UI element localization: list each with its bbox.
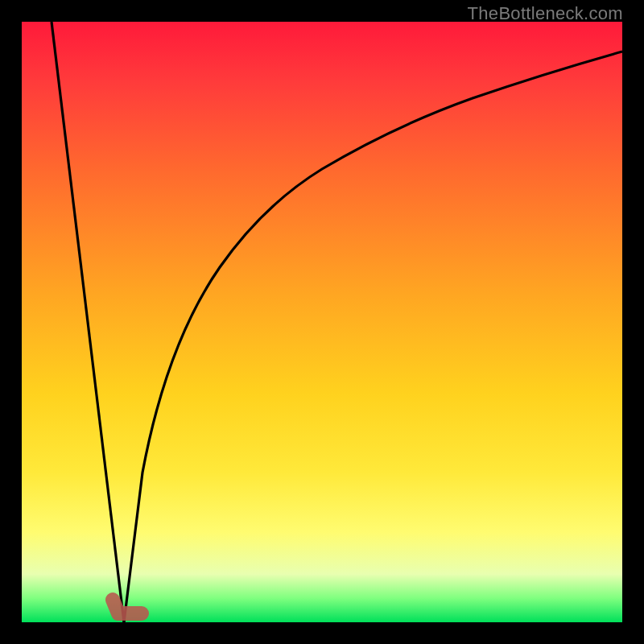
- chart-plot-area: [22, 22, 622, 622]
- watermark-text: TheBottleneck.com: [468, 3, 623, 24]
- curve-left-branch: [52, 22, 124, 622]
- curve-right-branch: [124, 52, 622, 622]
- chart-svg: [22, 22, 622, 622]
